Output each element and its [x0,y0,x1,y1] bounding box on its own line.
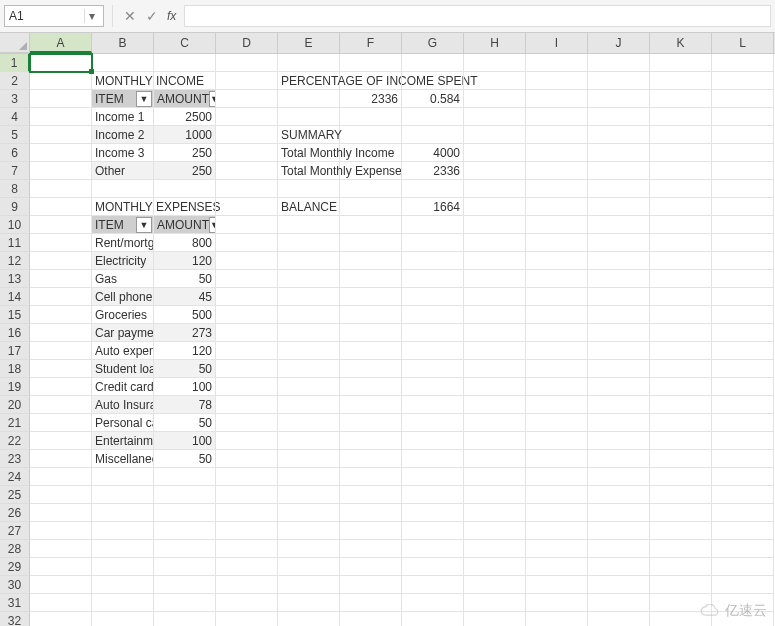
cell-D12[interactable] [216,252,278,270]
cell-A25[interactable] [30,486,92,504]
cell-A13[interactable] [30,270,92,288]
cell-H8[interactable] [464,180,526,198]
cell-B27[interactable] [92,522,154,540]
cell-C11[interactable]: 800 [154,234,216,252]
cell-F26[interactable] [340,504,402,522]
cell-F30[interactable] [340,576,402,594]
cell-A3[interactable] [30,90,92,108]
cell-B23[interactable]: Miscellaneous [92,450,154,468]
cell-D13[interactable] [216,270,278,288]
cell-G22[interactable] [402,432,464,450]
cell-B2[interactable]: MONTHLY INCOME [92,72,154,90]
cell-J17[interactable] [588,342,650,360]
row-header-14[interactable]: 14 [0,288,30,306]
cell-H22[interactable] [464,432,526,450]
row-header-18[interactable]: 18 [0,360,30,378]
cell-K22[interactable] [650,432,712,450]
cell-E25[interactable] [278,486,340,504]
cell-A12[interactable] [30,252,92,270]
cell-J6[interactable] [588,144,650,162]
cell-B14[interactable]: Cell phone [92,288,154,306]
name-box[interactable]: A1 ▾ [4,5,104,27]
cell-E19[interactable] [278,378,340,396]
cell-I5[interactable] [526,126,588,144]
cell-K25[interactable] [650,486,712,504]
cell-J11[interactable] [588,234,650,252]
cell-I28[interactable] [526,540,588,558]
cancel-icon[interactable]: ✕ [121,7,139,25]
cell-L12[interactable] [712,252,774,270]
cell-B22[interactable]: Entertainment [92,432,154,450]
cell-A17[interactable] [30,342,92,360]
row-header-15[interactable]: 15 [0,306,30,324]
cell-E15[interactable] [278,306,340,324]
cell-C21[interactable]: 50 [154,414,216,432]
cell-L3[interactable] [712,90,774,108]
cell-H14[interactable] [464,288,526,306]
cell-C1[interactable] [154,54,216,72]
cell-J18[interactable] [588,360,650,378]
cell-L24[interactable] [712,468,774,486]
cell-A5[interactable] [30,126,92,144]
row-header-23[interactable]: 23 [0,450,30,468]
cell-G1[interactable] [402,54,464,72]
cell-E4[interactable] [278,108,340,126]
cell-B4[interactable]: Income 1 [92,108,154,126]
cell-K14[interactable] [650,288,712,306]
cell-K26[interactable] [650,504,712,522]
cell-E26[interactable] [278,504,340,522]
cell-C12[interactable]: 120 [154,252,216,270]
cell-L17[interactable] [712,342,774,360]
cell-F23[interactable] [340,450,402,468]
cell-H1[interactable] [464,54,526,72]
cell-K28[interactable] [650,540,712,558]
cell-G11[interactable] [402,234,464,252]
col-header-A[interactable]: A [30,33,92,53]
cell-G25[interactable] [402,486,464,504]
cell-I4[interactable] [526,108,588,126]
cell-G13[interactable] [402,270,464,288]
cell-H5[interactable] [464,126,526,144]
cell-H6[interactable] [464,144,526,162]
cell-J4[interactable] [588,108,650,126]
cell-J29[interactable] [588,558,650,576]
cell-I24[interactable] [526,468,588,486]
cell-D21[interactable] [216,414,278,432]
cell-F11[interactable] [340,234,402,252]
cell-F8[interactable] [340,180,402,198]
row-header-10[interactable]: 10 [0,216,30,234]
cell-A2[interactable] [30,72,92,90]
cell-I2[interactable] [526,72,588,90]
enter-icon[interactable]: ✓ [143,7,161,25]
cell-H10[interactable] [464,216,526,234]
cell-A29[interactable] [30,558,92,576]
cell-G14[interactable] [402,288,464,306]
cell-B3[interactable]: ITEM▼ [92,90,154,108]
cell-C13[interactable]: 50 [154,270,216,288]
cell-K20[interactable] [650,396,712,414]
cell-C31[interactable] [154,594,216,612]
cell-G3[interactable]: 0.584 [402,90,464,108]
cell-G28[interactable] [402,540,464,558]
cell-K24[interactable] [650,468,712,486]
cell-F19[interactable] [340,378,402,396]
cell-A20[interactable] [30,396,92,414]
row-header-28[interactable]: 28 [0,540,30,558]
cell-H7[interactable] [464,162,526,180]
cell-F7[interactable] [340,162,402,180]
cell-C27[interactable] [154,522,216,540]
row-header-21[interactable]: 21 [0,414,30,432]
cell-D25[interactable] [216,486,278,504]
row-header-17[interactable]: 17 [0,342,30,360]
cell-J19[interactable] [588,378,650,396]
fx-icon[interactable]: fx [167,9,176,23]
cell-H25[interactable] [464,486,526,504]
cell-F14[interactable] [340,288,402,306]
col-header-F[interactable]: F [340,33,402,53]
cell-J5[interactable] [588,126,650,144]
cell-I30[interactable] [526,576,588,594]
cell-B6[interactable]: Income 3 [92,144,154,162]
cell-J3[interactable] [588,90,650,108]
cell-K15[interactable] [650,306,712,324]
cell-L9[interactable] [712,198,774,216]
